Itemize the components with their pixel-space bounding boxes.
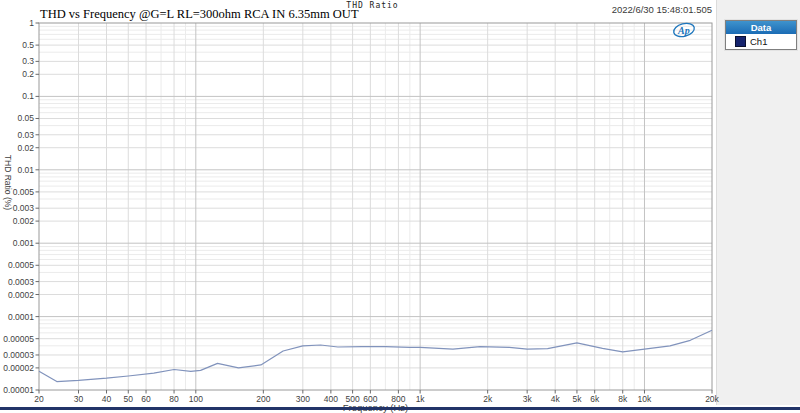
x-tick-label: 30	[74, 394, 84, 404]
y-tick-label: 0.2	[22, 69, 34, 79]
ap-graph-window: 10.50.30.20.10.050.030.020.010.0050.0030…	[0, 0, 800, 413]
measurement-timestamp: 2022/6/30 15:48:01.505	[530, 4, 712, 15]
x-tick-label: 3k	[523, 394, 533, 404]
y-tick-label: 0.0002	[8, 290, 34, 300]
y-axis-label: THD Ratio (%)	[2, 143, 13, 223]
y-tick-label: 1	[29, 18, 34, 28]
graph-annotation-title: THD vs Frequency @G=L RL=300ohm RCA IN 6…	[40, 7, 359, 22]
x-tick-label: 200	[256, 394, 270, 404]
x-tick-label: 5k	[572, 394, 582, 404]
x-tick-label: 6k	[590, 394, 600, 404]
y-tick-label: 0.001	[13, 238, 35, 248]
x-tick-label: 2k	[483, 394, 493, 404]
y-tick-label: 0.03	[17, 130, 34, 140]
ap-logo-icon: Ap	[671, 21, 698, 39]
x-tick-label: 100	[189, 394, 203, 404]
x-tick-label: 20	[34, 394, 44, 404]
y-tick-label: 0.00001	[3, 385, 34, 395]
y-tick-label: 0.01	[17, 165, 34, 175]
y-tick-label: 0.00003	[3, 350, 34, 360]
ch1-color-swatch-icon	[735, 36, 746, 47]
x-tick-label: 60	[141, 394, 151, 404]
y-tick-label: 0.0003	[8, 277, 34, 287]
y-tick-label: 0.02	[17, 143, 34, 153]
y-tick-label: 0.0005	[8, 260, 34, 270]
y-tick-label: 0.5	[22, 40, 34, 50]
y-tick-label: 0.05	[17, 113, 34, 123]
y-tick-label: 0.1	[22, 91, 34, 101]
x-tick-label: 40	[102, 394, 112, 404]
y-tick-label: 0.002	[13, 216, 35, 226]
y-tick-label: 0.00005	[3, 334, 34, 344]
y-tick-label: 0.00002	[3, 363, 34, 373]
legend-header: Data	[726, 21, 796, 34]
y-tick-label: 0.0001	[8, 312, 34, 322]
x-tick-label: 80	[169, 394, 179, 404]
x-tick-label: 20k	[705, 394, 719, 404]
y-tick-label: 0.003	[13, 203, 35, 213]
x-tick-label: 10k	[638, 394, 652, 404]
x-tick-label: 4k	[551, 394, 561, 404]
x-tick-label: 50	[124, 394, 134, 404]
legend-item-ch1[interactable]: Ch1	[726, 34, 796, 49]
y-tick-label: 0.3	[22, 56, 34, 66]
trace-ch1	[39, 330, 712, 381]
data-legend-panel: Data Ch1	[725, 20, 797, 50]
ap-logo-text: Ap	[677, 25, 690, 36]
thd-frequency-chart: 10.50.30.20.10.050.030.020.010.0050.0030…	[0, 0, 800, 413]
y-tick-label: 0.005	[13, 187, 35, 197]
x-tick-label: 8k	[618, 394, 628, 404]
window-bottom-border	[0, 407, 800, 410]
legend-item-label: Ch1	[750, 36, 767, 47]
